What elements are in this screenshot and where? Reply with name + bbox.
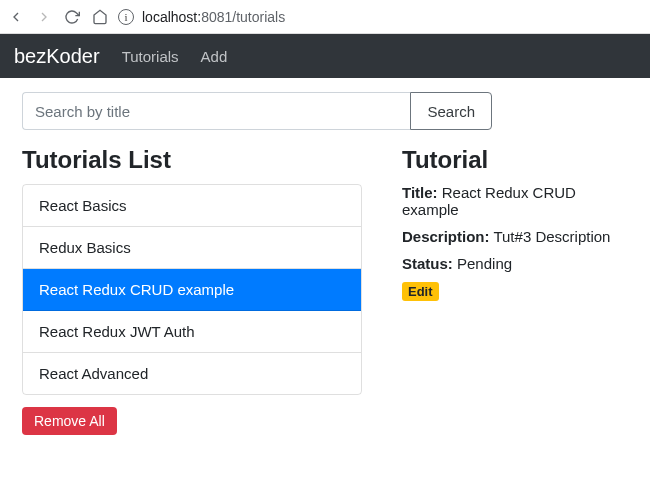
list-item[interactable]: React Redux CRUD example	[23, 269, 361, 311]
edit-button[interactable]: Edit	[402, 282, 439, 301]
description-value: Tut#3 Description	[493, 228, 610, 245]
search-input[interactable]	[22, 92, 410, 130]
app-navbar: bezKoder Tutorials Add	[0, 34, 650, 78]
tutorials-list: React Basics Redux Basics React Redux CR…	[22, 184, 362, 395]
info-icon[interactable]: i	[118, 9, 134, 25]
detail-heading: Tutorial	[402, 146, 628, 174]
detail-status: Status: Pending	[402, 255, 628, 272]
description-label: Description:	[402, 228, 490, 245]
search-button[interactable]: Search	[410, 92, 492, 130]
tutorials-heading: Tutorials List	[22, 146, 362, 174]
status-value: Pending	[457, 255, 512, 272]
home-icon[interactable]	[92, 9, 108, 25]
brand[interactable]: bezKoder	[14, 45, 100, 68]
list-item[interactable]: Redux Basics	[23, 227, 361, 269]
remove-all-button[interactable]: Remove All	[22, 407, 117, 435]
list-item[interactable]: React Advanced	[23, 353, 361, 394]
address-bar[interactable]: i localhost:8081/tutorials	[118, 9, 642, 25]
url-path: 8081/tutorials	[201, 9, 285, 25]
list-item[interactable]: React Basics	[23, 185, 361, 227]
search-row: Search	[22, 92, 492, 130]
status-label: Status:	[402, 255, 453, 272]
nav-link-tutorials[interactable]: Tutorials	[122, 48, 179, 65]
forward-icon[interactable]	[36, 9, 52, 25]
list-item[interactable]: React Redux JWT Auth	[23, 311, 361, 353]
browser-toolbar: i localhost:8081/tutorials	[0, 0, 650, 34]
detail-title: Title: React Redux CRUD example	[402, 184, 628, 218]
detail-description: Description: Tut#3 Description	[402, 228, 628, 245]
url-host: localhost:	[142, 9, 201, 25]
nav-link-add[interactable]: Add	[201, 48, 228, 65]
reload-icon[interactable]	[64, 9, 80, 25]
title-label: Title:	[402, 184, 438, 201]
back-icon[interactable]	[8, 9, 24, 25]
